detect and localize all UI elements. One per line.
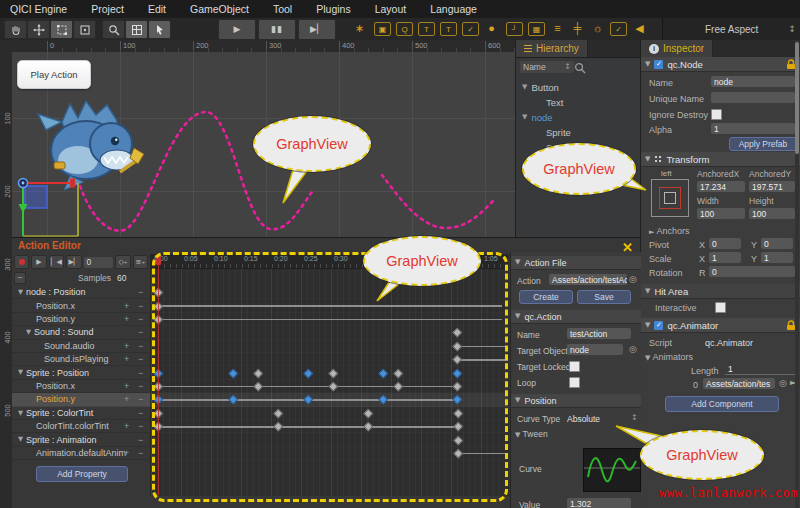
checkbox-icon[interactable]: ✓: [610, 22, 627, 36]
frame-icon[interactable]: ▣: [374, 22, 391, 36]
menu-plugins[interactable]: Plugins: [316, 3, 350, 15]
property-label[interactable]: Sound.isPlaying: [44, 354, 109, 364]
collapse-button[interactable]: −: [14, 272, 26, 284]
collapse-arrow-icon[interactable]: ▼: [18, 369, 23, 376]
scale-tool-button[interactable]: [50, 20, 73, 39]
move-tool-button[interactable]: [27, 20, 50, 39]
hierarchy-filter-dropdown[interactable]: Name ↕: [520, 61, 574, 73]
menu-qici-engine[interactable]: QICI Engine: [10, 3, 67, 15]
add-key-button[interactable]: +: [124, 314, 129, 324]
bitmap-text-icon[interactable]: T: [440, 22, 457, 36]
add-key-button[interactable]: +: [124, 448, 129, 458]
enabled-checkbox[interactable]: ✓: [654, 60, 663, 69]
add-key-button[interactable]: +: [124, 394, 129, 404]
action-property-row[interactable]: Sound.isPlaying+−: [12, 353, 150, 366]
remove-button[interactable]: −: [138, 327, 143, 337]
pointer-tool-button[interactable]: [148, 20, 171, 39]
property-label[interactable]: Position.x: [36, 301, 75, 311]
property-label[interactable]: Sprite : Position: [26, 368, 89, 378]
sliders-icon[interactable]: ╪: [570, 22, 585, 34]
node-tree-icon[interactable]: ∗: [352, 22, 367, 34]
remove-button[interactable]: −: [138, 435, 143, 445]
property-label[interactable]: Sprite : ColorTint: [26, 408, 93, 418]
remove-button[interactable]: −: [138, 448, 143, 458]
action-name-field[interactable]: testAction: [567, 328, 631, 339]
remove-button[interactable]: −: [138, 314, 143, 324]
tween-expander[interactable]: ▼: [515, 431, 520, 439]
search-icon[interactable]: [574, 62, 586, 74]
property-label[interactable]: node : Position: [26, 287, 86, 297]
object-picker-icon[interactable]: ◎: [779, 379, 787, 388]
property-label[interactable]: Animation.defaultAnim: [36, 448, 126, 458]
menu-gameobject[interactable]: GameObject: [190, 3, 249, 15]
hit-area-header[interactable]: ▼Hit Area: [641, 284, 800, 299]
loop-checkbox[interactable]: [569, 377, 580, 388]
action-property-row[interactable]: ▼node : Position−: [12, 286, 150, 299]
action-property-row[interactable]: Sound.audio+−: [12, 340, 150, 353]
next-key-button[interactable]: ▶▏: [66, 255, 81, 269]
pivot-y-field[interactable]: 0: [761, 238, 793, 249]
quad-icon[interactable]: Q: [396, 22, 413, 36]
hand-tool-button[interactable]: [4, 20, 27, 39]
samples-value[interactable]: 60: [117, 273, 126, 283]
remove-button[interactable]: −: [138, 301, 143, 311]
remove-button[interactable]: −: [138, 421, 143, 431]
play-action-node-button[interactable]: Play Action: [17, 60, 91, 89]
property-label[interactable]: Position.y: [36, 394, 75, 404]
menu-edit[interactable]: Edit: [148, 3, 166, 15]
play-button[interactable]: ▶: [218, 19, 256, 40]
action-property-row[interactable]: Position.x+−: [12, 299, 150, 312]
scrollbar-thumb[interactable]: [795, 42, 799, 154]
action-property-row[interactable]: ▼Sprite : ColorTint−: [12, 407, 150, 420]
position-header[interactable]: ▼Position: [511, 394, 641, 408]
corner-icon[interactable]: ┘: [506, 22, 523, 36]
target-object-field[interactable]: node: [567, 344, 623, 355]
scale-x-field[interactable]: 1: [709, 252, 741, 263]
action-file-field[interactable]: Assets/action/testActio: [549, 274, 627, 285]
remove-button[interactable]: −: [138, 287, 143, 297]
enabled-checkbox[interactable]: ✓: [654, 321, 663, 330]
add-property-button[interactable]: Add Property: [36, 466, 128, 482]
action-property-row[interactable]: Position.x+−: [12, 380, 150, 393]
check-node-icon[interactable]: ✓: [462, 22, 479, 36]
animator-item-field[interactable]: Assets/action/tes: [703, 378, 775, 389]
property-label[interactable]: ColorTint.colorTint: [36, 421, 109, 431]
object-picker-icon[interactable]: ◎: [629, 345, 637, 354]
property-label[interactable]: Sound.audio: [44, 341, 95, 351]
add-key-button[interactable]: +: [124, 301, 129, 311]
step-button[interactable]: ▶▏: [298, 19, 336, 40]
action-property-row[interactable]: ▼Sound : Sound−: [12, 326, 150, 339]
pause-button[interactable]: ▮▮: [258, 19, 296, 40]
image-icon[interactable]: ▦: [528, 22, 545, 36]
collapse-arrow-icon[interactable]: ▼: [18, 436, 23, 443]
tab-hierarchy[interactable]: Hierarchy: [516, 40, 588, 57]
alpha-field[interactable]: 1: [711, 123, 795, 134]
anchor-preview[interactable]: [651, 179, 689, 217]
property-label[interactable]: Position.x: [36, 381, 75, 391]
pivot-x-field[interactable]: 0: [709, 238, 741, 249]
remove-button[interactable]: −: [138, 354, 143, 364]
interactive-checkbox[interactable]: [715, 302, 726, 313]
action-property-row[interactable]: Animation.defaultAnim+−: [12, 447, 150, 460]
property-label[interactable]: Sound : Sound: [34, 327, 94, 337]
zoom-tool-button[interactable]: [102, 20, 125, 39]
anchoredx-field[interactable]: 17.234: [697, 181, 745, 192]
rect-tool-button[interactable]: [73, 20, 96, 39]
action-property-row[interactable]: ColorTint.colorTint+−: [12, 420, 150, 433]
collapse-arrow-icon[interactable]: ▼: [18, 289, 23, 296]
wheel-icon[interactable]: ☼: [590, 22, 605, 34]
add-event-icon[interactable]: ≡₊: [133, 255, 148, 269]
property-label[interactable]: Sprite : Animation: [26, 435, 97, 445]
sheet-tool-button[interactable]: [125, 20, 148, 39]
curve-type-dropdown[interactable]: Absolute: [567, 414, 600, 424]
height-field[interactable]: 100: [749, 208, 795, 219]
list-icon[interactable]: ≡: [550, 22, 565, 34]
save-button[interactable]: Save: [577, 290, 631, 304]
create-button[interactable]: Create: [519, 290, 573, 304]
add-component-button[interactable]: Add Component: [665, 396, 779, 412]
qc-animator-header[interactable]: ▼✓ qc.Animator: [641, 318, 800, 333]
remove-button[interactable]: −: [138, 408, 143, 418]
menu-project[interactable]: Project: [91, 3, 124, 15]
action-file-header[interactable]: ▼Action File: [511, 256, 641, 270]
action-property-row[interactable]: Position.y+−: [12, 313, 150, 326]
